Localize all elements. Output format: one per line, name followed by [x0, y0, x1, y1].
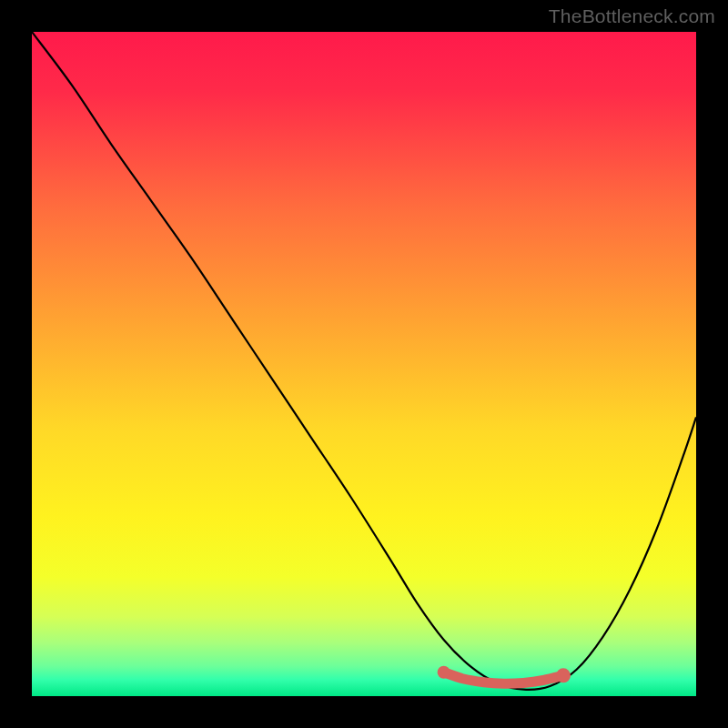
optimal-range-endpoint [556, 668, 571, 682]
optimal-range-line [444, 672, 563, 683]
watermark-text: TheBottleneck.com [549, 5, 715, 27]
optimal-range-markers [438, 666, 571, 683]
curve-line [32, 32, 696, 690]
plot-area [32, 32, 696, 696]
bottleneck-curve [32, 32, 696, 696]
chart-frame: TheBottleneck.com [0, 0, 728, 728]
optimal-range-endpoint [438, 666, 450, 679]
